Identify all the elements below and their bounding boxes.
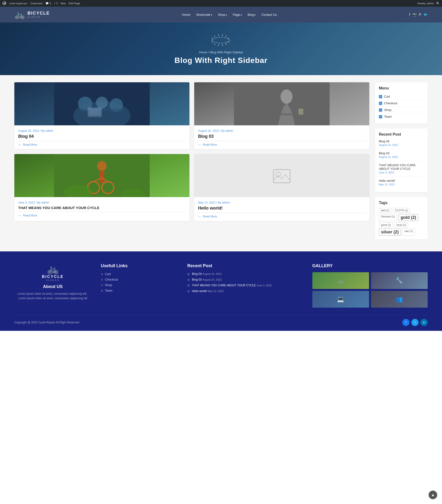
footer-about-title: About US xyxy=(14,284,91,289)
footer-linkedin-icon[interactable]: in xyxy=(421,319,428,326)
post-1-image xyxy=(14,82,189,125)
footer-link-cart[interactable]: Cart xyxy=(101,272,178,276)
gallery-item-2[interactable]: 🔧 xyxy=(371,272,428,289)
gallery-item-4[interactable]: 👥 xyxy=(371,291,428,308)
footer-recent-4: ◎ Hello world! May 13, 2022 xyxy=(187,289,302,293)
notifications-count[interactable]: + 3 xyxy=(54,2,58,5)
svg-line-11 xyxy=(228,41,229,43)
logo-slogan: SLOGAN xyxy=(28,16,50,18)
footer-recent-3-date: June 3, 2022 xyxy=(257,284,272,287)
post-1-read-more[interactable]: Read More xyxy=(18,143,186,146)
nav-page[interactable]: Page xyxy=(233,13,242,17)
footer-logo: 🚲 BICYCLE SLOGAN xyxy=(14,263,91,281)
breadcrumb-sep: • xyxy=(208,51,210,54)
footer-recent-4-link[interactable]: Hello world! xyxy=(192,289,207,293)
tag-silver[interactable]: silver (2) xyxy=(379,229,401,236)
post-4-read-more[interactable]: Read More xyxy=(198,215,366,218)
footer-gallery-title: GALLERY xyxy=(312,263,428,268)
site-name-link[interactable]: cycle-repair-pro xyxy=(9,2,27,5)
nav-shortcode[interactable]: Shortcode xyxy=(196,13,212,17)
footer-recent-2-link[interactable]: Blog 03 xyxy=(192,278,202,281)
menu-checkbox-checkout: ✓ xyxy=(379,102,382,105)
post-4-meta: May 13, 2022 / By admin xyxy=(198,201,366,204)
post-3-date[interactable]: June 3, 2022 xyxy=(18,201,35,204)
menu-item-cart[interactable]: ✓ Cart xyxy=(379,93,424,100)
facebook-icon[interactable]: f xyxy=(409,13,410,17)
recent-post-1: Blog 04 August 24, 2022 xyxy=(379,140,424,149)
wp-logo-link[interactable] xyxy=(2,1,6,5)
post-4-title: Hello world! xyxy=(198,206,366,211)
footer-recent-3: ◎ THAT MEANS YOU CARE ABOUT YOUR CYCLE J… xyxy=(187,284,302,287)
recent-post-2-title[interactable]: Blog 03 xyxy=(379,151,424,155)
post-2-date[interactable]: August 24, 2022 xyxy=(198,129,219,132)
post-2-author[interactable]: admin xyxy=(226,129,233,132)
twitter-icon[interactable]: 🐦 xyxy=(424,13,428,17)
tag-star[interactable]: star (1) xyxy=(402,229,415,236)
footer-copyright: Copyright @ 2022 Cycle-Repair All Right … xyxy=(14,321,79,324)
instagram-icon[interactable]: 📷 xyxy=(413,13,417,17)
footer-recent-2-icon: ◎ xyxy=(187,278,190,281)
tag-local[interactable]: local (1) xyxy=(394,222,408,227)
edit-page-link[interactable]: Edit Page xyxy=(69,2,80,5)
post-3-author[interactable]: admin xyxy=(41,201,49,204)
recent-post-2: Blog 03 August 24, 2022 xyxy=(379,151,424,161)
footer-recent-3-link[interactable]: THAT MEANS YOU CARE ABOUT YOUR CYCLE xyxy=(192,284,256,287)
svg-point-15 xyxy=(96,97,108,108)
menu-item-shop[interactable]: ✓ Shop xyxy=(379,107,424,113)
recent-post-3-title[interactable]: THAT MEANS YOU CARE ABOUT YOUR CYCLE xyxy=(379,163,424,171)
gallery-item-1[interactable]: 🚲 xyxy=(312,272,369,289)
pinterest-icon[interactable]: P xyxy=(419,13,421,17)
post-2-divider xyxy=(198,141,366,141)
post-4-author[interactable]: admin xyxy=(222,201,230,204)
breadcrumb-home[interactable]: Home xyxy=(199,51,207,54)
footer-gallery-section: GALLERY 🚲 🔧 💻 👥 xyxy=(312,263,428,308)
svg-line-1 xyxy=(214,36,215,37)
svg-line-6 xyxy=(212,41,213,43)
footer-recent-1-link[interactable]: Blog 04 xyxy=(192,272,202,276)
comments-count[interactable]: 💬 6 xyxy=(45,2,51,5)
tag-demand[interactable]: Demand (1) xyxy=(379,214,397,221)
new-link[interactable]: New xyxy=(60,2,66,5)
menu-checkbox-team: ✓ xyxy=(379,115,382,118)
post-1-date[interactable]: August 24, 2022 xyxy=(18,129,39,132)
footer-link-team[interactable]: Team xyxy=(101,289,178,292)
footer-about-text: Lorem ipsum dolor sit amet, consectetur … xyxy=(14,292,91,301)
tag-bad[interactable]: bad (1) xyxy=(379,208,391,213)
post-card-3: June 3, 2022 / By admin THAT MEANS YOU C… xyxy=(14,154,189,221)
svg-line-3 xyxy=(222,34,223,36)
site-logo[interactable]: 🚲 BICYCLE SLOGAN xyxy=(14,10,50,20)
post-4-image xyxy=(194,154,369,197)
recent-post-widget: Recent Post Blog 04 August 24, 2022 Blog… xyxy=(375,128,428,192)
recent-post-4-title[interactable]: Hello world! xyxy=(379,179,424,182)
footer-link-shop[interactable]: Shop xyxy=(101,283,178,287)
nav-contact[interactable]: Contact Us xyxy=(261,13,277,17)
footer-twitter-icon[interactable]: t xyxy=(411,319,419,326)
svg-line-9 xyxy=(222,44,223,46)
menu-item-team[interactable]: ✓ Team xyxy=(379,113,424,120)
nav-blog[interactable]: Blog xyxy=(248,13,256,17)
recent-post-3-date: June 3, 2022 xyxy=(379,171,424,174)
post-2-read-more[interactable]: Read More xyxy=(198,143,366,146)
search-icon[interactable]: 🔍 xyxy=(436,2,440,5)
footer-facebook-icon[interactable]: f xyxy=(402,319,409,326)
nav-shop[interactable]: Shop xyxy=(218,13,227,17)
tag-gold[interactable]: gold (2) xyxy=(398,214,418,221)
post-4-date[interactable]: May 13, 2022 xyxy=(198,201,215,204)
recent-post-1-title[interactable]: Blog 04 xyxy=(379,140,424,143)
nav-home[interactable]: Home xyxy=(182,13,190,17)
customize-link[interactable]: Customize xyxy=(30,2,43,5)
gallery-item-3[interactable]: 💻 xyxy=(312,291,369,308)
footer-link-checkout[interactable]: Checkout xyxy=(101,278,178,281)
footer-recent-section: Recent Post ◎ Blog 04 August 24, 2022 ◎ … xyxy=(187,263,302,308)
svg-rect-24 xyxy=(299,108,303,115)
tag-good[interactable]: good (1) xyxy=(379,222,393,227)
page-title: Blog With Right Sidebar xyxy=(175,56,268,65)
post-3-read-more[interactable]: Read More xyxy=(18,214,186,217)
tag-cloth[interactable]: CLOTH (1) xyxy=(393,208,410,213)
menu-item-checkout[interactable]: ✓ Checkout xyxy=(379,100,424,107)
post-1-author[interactable]: admin xyxy=(46,129,53,132)
footer-gallery-grid: 🚲 🔧 💻 👥 xyxy=(312,272,428,308)
menu-label-checkout: Checkout xyxy=(384,101,397,105)
menu-widget: Menu ✓ Cart ✓ Checkout ✓ Shop ✓ Team xyxy=(375,82,428,124)
site-footer: 🚲 BICYCLE SLOGAN About US Lorem ipsum do… xyxy=(0,252,442,331)
